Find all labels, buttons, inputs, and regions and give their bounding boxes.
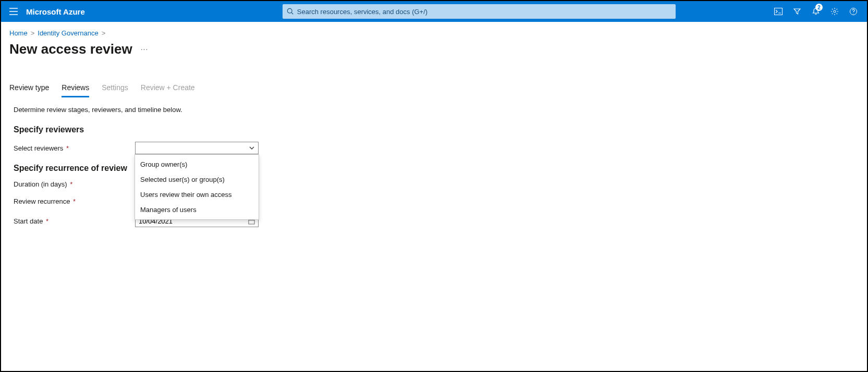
breadcrumb-separator: >	[102, 29, 106, 37]
cloud-shell-button[interactable]	[769, 1, 788, 22]
tab-settings: Settings	[102, 83, 128, 97]
required-marker: *	[64, 144, 69, 152]
page-title-row: New access review ···	[1, 37, 867, 59]
notification-badge: 2	[815, 4, 823, 11]
tab-reviews[interactable]: Reviews	[62, 83, 89, 97]
help-icon	[849, 7, 858, 16]
svg-rect-2	[775, 8, 783, 15]
filter-icon	[793, 7, 801, 16]
breadcrumb-separator: >	[31, 29, 35, 37]
dropdown-option-group-owners[interactable]: Group owner(s)	[135, 157, 259, 172]
label-select-reviewers: Select reviewers *	[14, 144, 135, 152]
search-input[interactable]	[297, 8, 671, 16]
help-button[interactable]	[844, 1, 863, 22]
directories-button[interactable]	[788, 1, 806, 22]
search-container	[283, 4, 676, 19]
brand-label: Microsoft Azure	[26, 7, 97, 16]
svg-point-3	[834, 10, 836, 13]
svg-line-1	[291, 13, 293, 14]
notifications-button[interactable]: 2	[806, 1, 825, 22]
dropdown-option-managers[interactable]: Managers of users	[135, 202, 259, 217]
required-marker: *	[44, 217, 48, 225]
row-select-reviewers: Select reviewers * Group owner(s) Select…	[14, 142, 854, 154]
label-duration: Duration (in days) *	[14, 180, 135, 188]
section-specify-reviewers: Specify reviewers	[14, 125, 854, 134]
label-recurrence: Review recurrence *	[14, 197, 135, 205]
page-title: New access review	[9, 41, 132, 57]
settings-button[interactable]	[825, 1, 844, 22]
hamburger-icon	[9, 8, 18, 15]
tab-strip: Review type Reviews Settings Review + Cr…	[1, 59, 867, 97]
more-actions-button[interactable]: ···	[141, 45, 149, 54]
global-search[interactable]	[283, 4, 676, 19]
gear-icon	[830, 7, 839, 16]
cloud-shell-icon	[774, 8, 783, 15]
dropdown-option-own-access[interactable]: Users review their own access	[135, 187, 259, 202]
breadcrumb: Home > Identity Governance >	[1, 22, 867, 37]
topbar-actions: 2	[769, 1, 867, 22]
tab-review-type[interactable]: Review type	[9, 83, 49, 97]
required-marker: *	[68, 180, 73, 188]
select-reviewers-dropdown[interactable]: Group owner(s) Selected user(s) or group…	[135, 142, 259, 154]
top-bar: Microsoft Azure 2	[1, 1, 867, 22]
breadcrumb-identity-governance[interactable]: Identity Governance	[38, 29, 98, 37]
content-area: Determine review stages, reviewers, and …	[1, 97, 867, 245]
tab-review-create: Review + Create	[141, 83, 195, 97]
dropdown-control[interactable]	[135, 142, 259, 154]
menu-button[interactable]	[1, 8, 26, 15]
breadcrumb-home[interactable]: Home	[9, 29, 28, 37]
description-text: Determine review stages, reviewers, and …	[14, 106, 854, 114]
label-start-date: Start date *	[14, 217, 135, 225]
chevron-down-icon	[249, 145, 255, 151]
search-icon	[287, 8, 294, 15]
required-marker: *	[71, 197, 76, 205]
dropdown-option-selected-users[interactable]: Selected user(s) or group(s)	[135, 172, 259, 187]
svg-point-0	[287, 8, 292, 13]
dropdown-list: Group owner(s) Selected user(s) or group…	[135, 154, 259, 220]
